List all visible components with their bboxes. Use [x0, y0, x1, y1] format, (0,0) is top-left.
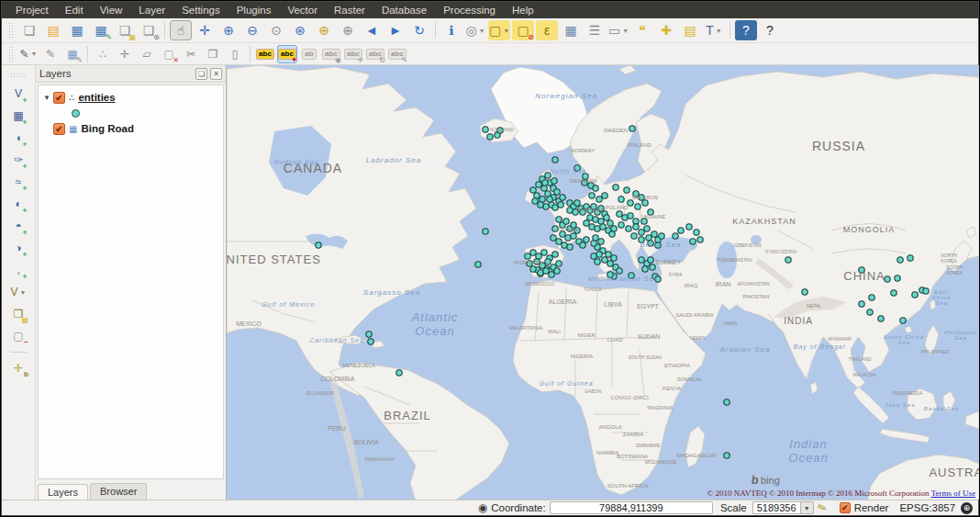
- save-project-button[interactable]: ▦: [66, 20, 88, 40]
- current-edits-dropdown-arrow[interactable]: ▼: [31, 51, 38, 57]
- new-bookmark-button[interactable]: ✚: [655, 20, 677, 40]
- map-tips-button[interactable]: ❝: [631, 20, 653, 40]
- menu-edit[interactable]: Edit: [57, 2, 92, 18]
- layer-label[interactable]: entities: [78, 92, 115, 103]
- layer-label[interactable]: Bing Road: [81, 123, 134, 134]
- menu-raster[interactable]: Raster: [326, 2, 373, 18]
- extents-icon[interactable]: ◉: [478, 502, 487, 513]
- zoom-in-button[interactable]: ⊕: [217, 20, 239, 40]
- layer-labeling-button[interactable]: abc: [255, 45, 275, 63]
- show-bookmarks-button[interactable]: ▤: [679, 20, 701, 40]
- identify-features-button[interactable]: ℹ: [440, 20, 462, 40]
- whats-this-button[interactable]: ?: [759, 20, 781, 40]
- menu-project[interactable]: Project: [7, 2, 57, 18]
- help-contents-button[interactable]: ?: [735, 20, 757, 40]
- menu-help[interactable]: Help: [504, 2, 542, 18]
- add-raster-layer-button[interactable]: ▦＋: [8, 107, 28, 125]
- scale-input[interactable]: [752, 501, 800, 514]
- zoom-next-button[interactable]: ►: [384, 20, 406, 40]
- new-shapefile-layer-dropdown-arrow[interactable]: ▼: [20, 289, 27, 296]
- node-tool-button[interactable]: ▱: [137, 45, 157, 63]
- map-canvas[interactable]: CANADAUNITED STATESRUSSIACHINABRAZILINDI…: [227, 65, 979, 500]
- select-by-expression-button[interactable]: ε: [536, 20, 558, 40]
- run-feature-action-button[interactable]: ◎▼: [464, 20, 486, 40]
- entity-point: [607, 272, 613, 277]
- new-project-button[interactable]: ❏: [18, 20, 40, 40]
- layer-item-bing-road[interactable]: ✔ ▦ Bing Road: [40, 120, 221, 137]
- composer-manager-button[interactable]: ❏⊙: [138, 20, 160, 40]
- zoom-native-button[interactable]: ⊙: [265, 20, 287, 40]
- terms-of-use-link[interactable]: Terms of Use: [931, 489, 975, 498]
- save-layer-edits-button[interactable]: ▦✎: [62, 45, 83, 63]
- crs-status-icon[interactable]: ⊕: [961, 502, 973, 514]
- menu-plugins[interactable]: Plugins: [228, 2, 280, 18]
- measure-dropdown-arrow[interactable]: ▼: [622, 28, 629, 34]
- menu-database[interactable]: Database: [373, 2, 435, 18]
- pin-labels-button[interactable]: abc●: [277, 45, 297, 63]
- select-features-dropdown-arrow[interactable]: ▼: [503, 28, 509, 34]
- layer-checkbox[interactable]: ✔: [53, 123, 65, 135]
- menu-view[interactable]: View: [92, 2, 131, 18]
- render-checkbox[interactable]: ✔: [840, 502, 851, 513]
- scale-dropdown-button[interactable]: ▼: [800, 501, 814, 514]
- expander-icon[interactable]: ▾: [40, 93, 53, 102]
- tab-browser[interactable]: Browser: [90, 483, 147, 500]
- remove-layer-button[interactable]: ▢−: [8, 327, 28, 345]
- entity-point: [541, 185, 547, 191]
- text-annotation-dropdown-arrow[interactable]: ▼: [716, 28, 722, 34]
- copy-features-button[interactable]: ❐: [203, 45, 223, 63]
- layer-item-entities[interactable]: ▾ ✔ ∴ entities: [40, 89, 221, 106]
- add-wfs-layer-button[interactable]: ◑＋: [8, 239, 28, 257]
- menu-settings[interactable]: Settings: [173, 2, 228, 18]
- statistical-summary-button[interactable]: ☰: [584, 20, 606, 40]
- text-annotation-button[interactable]: T▼: [703, 20, 725, 40]
- zoom-to-selection-button[interactable]: ⊕: [313, 20, 335, 40]
- menu-vector[interactable]: Vector: [279, 2, 326, 18]
- coordinate-input[interactable]: [550, 501, 713, 514]
- refresh-button[interactable]: ↻: [408, 20, 430, 40]
- add-vector-layer-button[interactable]: V＋: [8, 84, 28, 103]
- add-spatialite-layer-button[interactable]: ✑＋: [8, 151, 28, 169]
- move-feature-button[interactable]: ✛: [115, 45, 135, 63]
- cut-features-button[interactable]: ✂: [181, 45, 201, 63]
- add-wms-layer-button[interactable]: ◐＋: [8, 195, 28, 213]
- coordinate-capture-tool-button[interactable]: ✛b: [8, 359, 28, 377]
- zoom-out-button[interactable]: ⊖: [241, 20, 263, 40]
- entities-points-layer: [227, 65, 979, 500]
- zoom-full-button[interactable]: ⊛: [289, 20, 311, 40]
- add-delimited-text-layer-badge-icon: ＋: [21, 273, 28, 280]
- add-feature-button[interactable]: ∴: [93, 45, 113, 63]
- open-attribute-table-button[interactable]: ▦: [560, 20, 582, 40]
- new-print-composer-button[interactable]: ❏▦: [114, 20, 136, 40]
- panel-close-button[interactable]: ✕: [210, 68, 222, 80]
- select-features-button[interactable]: ▢▼: [488, 20, 510, 40]
- magnifier-pen-icon[interactable]: ✎: [816, 501, 829, 515]
- add-postgis-layer-button[interactable]: ◖＋: [8, 129, 28, 147]
- pan-to-selection-button[interactable]: ✛: [194, 20, 216, 40]
- current-edits-button[interactable]: ✎▼: [18, 45, 39, 63]
- deselect-features-button[interactable]: ▢⊘: [512, 20, 534, 40]
- zoom-to-layer-button[interactable]: ⊕: [337, 20, 359, 40]
- zoom-last-button[interactable]: ◄: [361, 20, 383, 40]
- toggle-editing-button[interactable]: ✎: [40, 45, 61, 63]
- open-project-button[interactable]: ▤: [42, 20, 64, 40]
- entity-point: [613, 185, 618, 190]
- save-project-as-button[interactable]: ▦✎: [90, 20, 112, 40]
- entity-point: [607, 261, 613, 266]
- pan-map-button[interactable]: ☝: [170, 20, 192, 40]
- menu-layer[interactable]: Layer: [130, 2, 173, 18]
- new-temporary-layer-button[interactable]: ❐▦: [8, 305, 28, 323]
- scale-combo[interactable]: ▼: [752, 501, 814, 514]
- run-feature-action-dropdown-arrow[interactable]: ▼: [479, 28, 485, 34]
- panel-float-button[interactable]: ❏: [195, 68, 207, 80]
- new-shapefile-layer-button[interactable]: V▼: [8, 283, 28, 301]
- add-mssql-layer-button[interactable]: ≈＋: [8, 173, 28, 191]
- layer-checkbox[interactable]: ✔: [53, 92, 65, 104]
- paste-features-button[interactable]: ▯: [225, 45, 245, 63]
- measure-button[interactable]: ▭▼: [607, 20, 629, 40]
- add-delimited-text-layer-button[interactable]: ，＋: [8, 261, 28, 279]
- menu-processing[interactable]: Processing: [435, 2, 504, 18]
- delete-selected-button[interactable]: ▢✕: [159, 45, 179, 63]
- tab-layers[interactable]: Layers: [38, 484, 88, 500]
- add-wcs-layer-button[interactable]: ◓＋: [8, 217, 28, 235]
